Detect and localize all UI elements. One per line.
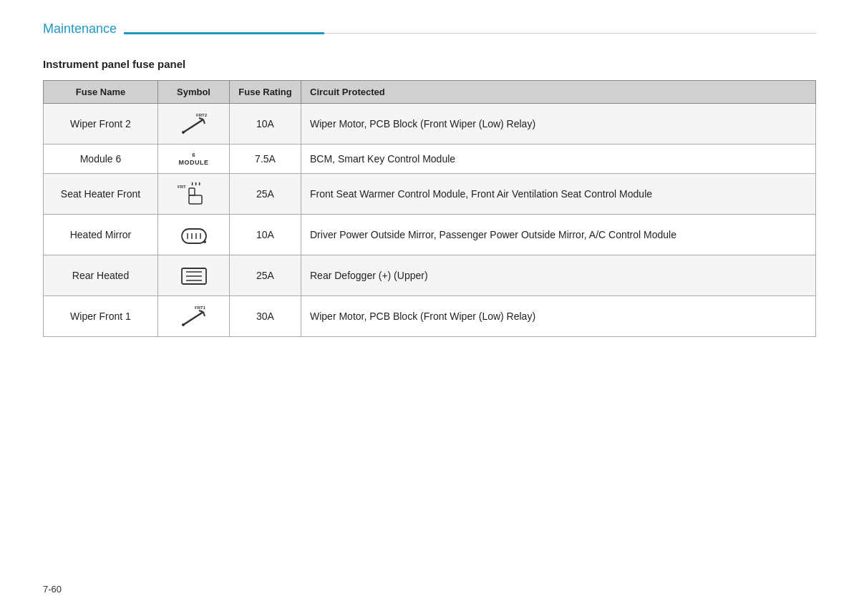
circuit-protected-cell: Driver Power Outside Mirror, Passenger P… [301, 215, 816, 255]
svg-line-19 [183, 312, 203, 325]
symbol-cell: FRT1 [158, 296, 230, 337]
fuse-name-cell: Wiper Front 1 [44, 296, 158, 337]
svg-rect-7 [189, 188, 195, 195]
svg-point-22 [182, 323, 185, 326]
col-header-fuse-name: Fuse Name [44, 81, 158, 104]
fuse-rating-cell: 10A [230, 215, 301, 255]
table-row: Rear Heated 25ARear Defogger (+) (Upper) [44, 255, 816, 296]
fuse-rating-cell: 25A [230, 255, 301, 296]
page-number: 7-60 [43, 584, 62, 595]
symbol-cell: FRT [158, 174, 230, 215]
svg-point-4 [182, 131, 185, 134]
table-row: Seat Heater Front FRT 25AFront Seat Warm… [44, 174, 816, 215]
page-title: Maintenance [43, 21, 117, 36]
table-header-row: Fuse Name Symbol Fuse Rating Circuit Pro… [44, 81, 816, 104]
circuit-protected-cell: Wiper Motor, PCB Block (Front Wiper (Low… [301, 296, 816, 337]
symbol-cell [158, 215, 230, 255]
symbol-cell: FRT2 [158, 104, 230, 145]
svg-line-20 [199, 311, 203, 312]
svg-rect-8 [182, 229, 206, 243]
page-container: Maintenance Instrument panel fuse panel … [0, 0, 859, 380]
circuit-protected-cell: Front Seat Warmer Control Module, Front … [301, 174, 816, 215]
header-gray-line [324, 33, 816, 34]
fuse-name-cell: Rear Heated [44, 255, 158, 296]
symbol-cell: 6MODULE [158, 145, 230, 174]
svg-line-3 [203, 119, 205, 124]
fuse-name-cell: Heated Mirror [44, 215, 158, 255]
fuse-rating-cell: 30A [230, 296, 301, 337]
header-blue-line [124, 32, 324, 34]
col-header-symbol: Symbol [158, 81, 230, 104]
table-row: Heated Mirror 10ADriver Power Outside Mi… [44, 215, 816, 255]
col-header-fuse-rating: Fuse Rating [230, 81, 301, 104]
fuse-name-cell: Wiper Front 2 [44, 104, 158, 145]
svg-line-21 [203, 312, 205, 316]
svg-point-13 [203, 240, 206, 243]
page-header: Maintenance [43, 21, 816, 36]
circuit-protected-cell: Wiper Motor, PCB Block (Front Wiper (Low… [301, 104, 816, 145]
col-header-circuit: Circuit Protected [301, 81, 816, 104]
fuse-table: Fuse Name Symbol Fuse Rating Circuit Pro… [43, 80, 816, 337]
table-row: Wiper Front 2 FRT2 10AWiper Motor, PCB B… [44, 104, 816, 145]
circuit-protected-cell: Rear Defogger (+) (Upper) [301, 255, 816, 296]
circuit-protected-cell: BCM, Smart Key Control Module [301, 145, 816, 174]
svg-line-1 [183, 119, 203, 132]
fuse-rating-cell: 7.5A [230, 145, 301, 174]
fuse-rating-cell: 10A [230, 104, 301, 145]
symbol-cell [158, 255, 230, 296]
svg-text:FRT1: FRT1 [195, 305, 206, 310]
svg-text:FRT2: FRT2 [196, 113, 208, 117]
section-title: Instrument panel fuse panel [43, 58, 816, 70]
fuse-name-cell: Seat Heater Front [44, 174, 158, 215]
svg-rect-6 [189, 195, 202, 204]
table-row: Module 6 6MODULE 7.5ABCM, Smart Key Cont… [44, 145, 816, 174]
fuse-rating-cell: 25A [230, 174, 301, 215]
svg-text:FRT: FRT [178, 185, 186, 189]
fuse-name-cell: Module 6 [44, 145, 158, 174]
table-row: Wiper Front 1 FRT1 30AWiper Motor, PCB B… [44, 296, 816, 337]
svg-line-2 [199, 118, 203, 119]
